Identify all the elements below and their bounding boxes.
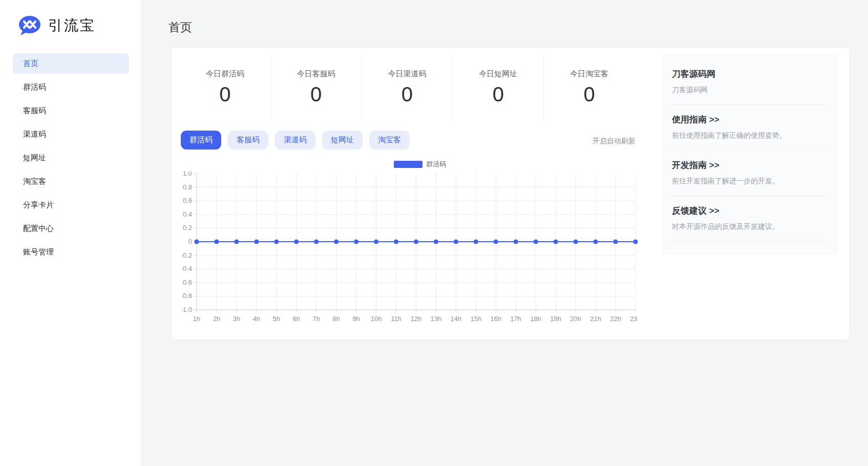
sidebar-item-config-center[interactable]: 配置中心 [13,218,129,239]
svg-text:21h: 21h [590,315,601,323]
svg-text:14h: 14h [451,315,462,323]
stat-value: 0 [544,83,634,106]
svg-text:16h: 16h [490,315,501,323]
svg-text:0: 0 [188,238,192,245]
sidebar-nav: 首页 群活码 客服码 渠道码 短网址 淘宝客 分享卡片 配置中心 账号管理 [0,53,141,262]
stat-taobao-ke: 今日淘宝客 0 [544,54,634,120]
svg-text:3h: 3h [233,315,240,323]
info-link-dev-guide[interactable]: 开发指南 >> [672,159,825,171]
sidebar-item-short-url[interactable]: 短网址 [13,147,129,168]
stat-group-code: 今日群活码 0 [180,54,271,120]
svg-text:17h: 17h [510,315,521,323]
sidebar-item-channel-code[interactable]: 渠道码 [13,124,129,144]
svg-text:-0.8: -0.8 [182,292,192,300]
svg-text:5h: 5h [273,315,280,323]
svg-text:12h: 12h [411,315,422,323]
info-link-usage-guide[interactable]: 使用指南 >> [672,114,825,125]
svg-text:0.8: 0.8 [183,183,192,191]
svg-text:-1.0: -1.0 [182,306,192,313]
legend-label: 群活码 [427,160,447,169]
svg-text:0.6: 0.6 [183,197,192,204]
svg-text:23h: 23h [630,315,638,323]
auto-refresh-toggle[interactable]: 开启自动刷新 [559,137,636,146]
svg-text:7h: 7h [312,315,320,323]
stat-value: 0 [453,83,543,106]
legend-swatch-icon [394,161,422,168]
svg-text:0.2: 0.2 [183,224,192,231]
stat-value: 0 [180,83,270,106]
svg-text:18h: 18h [530,315,541,323]
sidebar-item-group-code[interactable]: 群活码 [13,77,129,97]
info-desc: 前往开发指南了解进一步的开发。 [672,176,825,186]
sidebar: 引流宝 首页 群活码 客服码 渠道码 短网址 淘宝客 分享卡片 配置中心 账号管… [0,0,141,466]
info-section-feedback: 反馈建议 >> 对本开源作品的反馈及开发建议。 [672,205,825,242]
svg-text:13h: 13h [431,315,442,323]
sidebar-item-account-mgmt[interactable]: 账号管理 [13,242,129,262]
app-logo-icon [18,15,41,36]
stat-label: 今日短网址 [453,69,543,79]
stat-label: 今日渠道码 [362,69,453,79]
sidebar-item-service-code[interactable]: 客服码 [13,100,129,121]
chart-legend[interactable]: 群活码 [182,160,638,168]
svg-text:-0.6: -0.6 [182,279,192,286]
chart-block: 群活码 1.00.80.60.40.20-0.2-0.4-0.6-0.8-1.0… [182,156,638,330]
info-section-usage-guide: 使用指南 >> 前往使用指南了解正确的使用姿势。 [672,114,825,151]
chart-tabs: 群活码 客服码 渠道码 短网址 淘宝客 [181,131,410,150]
stat-label: 今日客服码 [271,69,362,79]
stat-label: 今日淘宝客 [544,69,634,79]
page-title: 首页 [168,19,192,35]
tab-group-code[interactable]: 群活码 [181,131,221,150]
tab-taobao-ke[interactable]: 淘宝客 [369,131,410,150]
info-section-site: 刀客源码网 刀客源码网 [672,68,825,105]
svg-text:6h: 6h [293,315,300,323]
info-desc: 对本开源作品的反馈及开发建议。 [672,221,825,231]
svg-text:1h: 1h [193,315,200,323]
stats-row: 今日群活码 0 今日客服码 0 今日渠道码 0 今日短网址 0 今日淘宝客 [180,54,634,120]
svg-text:15h: 15h [471,315,482,323]
svg-text:0.4: 0.4 [183,210,192,218]
sidebar-item-share-card[interactable]: 分享卡片 [13,195,129,215]
stat-short-url: 今日短网址 0 [453,54,544,120]
tab-short-url[interactable]: 短网址 [322,131,363,150]
stat-channel-code: 今日渠道码 0 [362,54,453,120]
info-desc: 前往使用指南了解正确的使用姿势。 [672,130,825,140]
main-content: 首页 今日群活码 0 今日客服码 0 今日渠道码 0 今日短网址 0 [142,0,868,466]
info-link-site[interactable]: 刀客源码网 [672,68,825,80]
svg-text:-0.4: -0.4 [182,265,192,272]
svg-text:11h: 11h [391,315,401,323]
stat-service-code: 今日客服码 0 [271,54,362,120]
stat-value: 0 [271,83,362,106]
line-chart: 1.00.80.60.40.20-0.2-0.4-0.6-0.8-1.01h2h… [182,172,638,330]
svg-text:22h: 22h [610,315,621,323]
svg-text:19h: 19h [550,315,561,323]
svg-text:1.0: 1.0 [183,172,192,177]
tab-service-code[interactable]: 客服码 [228,131,268,150]
tab-channel-code[interactable]: 渠道码 [275,131,315,150]
svg-text:10h: 10h [371,315,382,323]
info-desc: 刀客源码网 [672,84,825,95]
sidebar-item-taobao-ke[interactable]: 淘宝客 [13,171,129,192]
app-name: 引流宝 [48,16,96,35]
info-panel: 刀客源码网 刀客源码网 使用指南 >> 前往使用指南了解正确的使用姿势。 开发指… [662,54,837,254]
stat-value: 0 [362,83,453,106]
logo[interactable]: 引流宝 [0,0,141,36]
dashboard-card: 今日群活码 0 今日客服码 0 今日渠道码 0 今日短网址 0 今日淘宝客 [172,48,849,340]
stat-label: 今日群活码 [180,69,270,79]
svg-text:2h: 2h [213,315,220,323]
sidebar-item-home[interactable]: 首页 [13,53,129,74]
svg-text:-0.2: -0.2 [182,251,192,259]
info-section-dev-guide: 开发指南 >> 前往开发指南了解进一步的开发。 [672,159,825,196]
svg-text:4h: 4h [253,315,260,323]
svg-text:9h: 9h [352,315,359,323]
app-root: 引流宝 首页 群活码 客服码 渠道码 短网址 淘宝客 分享卡片 配置中心 账号管… [0,0,868,466]
info-link-feedback[interactable]: 反馈建议 >> [672,205,825,217]
svg-text:8h: 8h [332,315,340,323]
svg-text:20h: 20h [570,315,581,323]
